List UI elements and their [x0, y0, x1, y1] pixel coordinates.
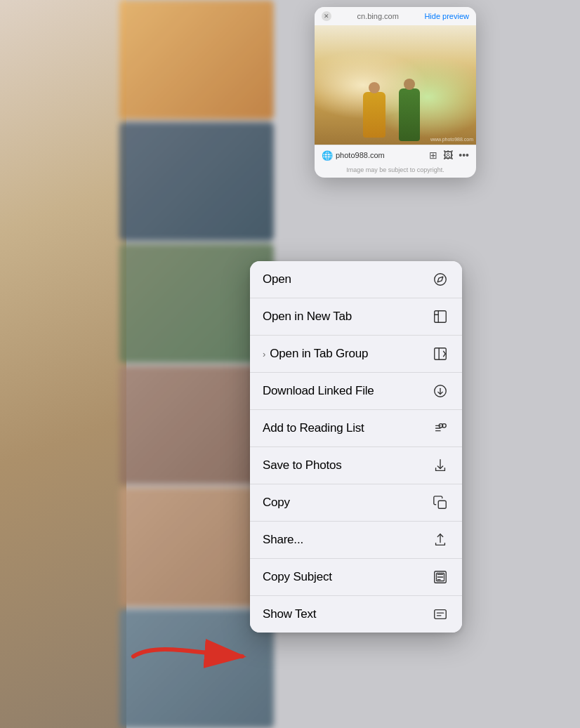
- menu-item-copy-subject[interactable]: Copy Subject: [250, 559, 462, 596]
- menu-label-download-linked-file: Download Linked File: [263, 384, 374, 398]
- menu-item-show-text-left: Show Text: [263, 607, 316, 621]
- copy-icon: [431, 494, 449, 512]
- red-arrow: [126, 635, 267, 680]
- bg-left-panel: [0, 0, 126, 728]
- figure-right: [399, 88, 420, 141]
- svg-rect-2: [435, 348, 447, 360]
- download-icon: [431, 382, 449, 400]
- preview-header: ✕ cn.bing.com Hide preview: [315, 7, 476, 25]
- menu-item-share-left: Share...: [263, 533, 303, 547]
- expand-icon[interactable]: ⊞: [429, 150, 437, 161]
- menu-item-show-text[interactable]: Show Text: [250, 596, 462, 633]
- menu-label-share: Share...: [263, 533, 303, 547]
- menu-item-copy-left: Copy: [263, 496, 290, 510]
- svg-rect-1: [435, 311, 447, 323]
- menu-item-open[interactable]: Open: [250, 261, 462, 298]
- menu-item-download-left: Download Linked File: [263, 384, 374, 398]
- preview-url: photo988.com: [336, 151, 425, 159]
- menu-item-share[interactable]: Share...: [250, 522, 462, 559]
- new-tab-icon: [431, 307, 449, 326]
- menu-item-add-reading-list[interactable]: Add to Reading List: [250, 410, 462, 447]
- menu-item-copy-subject-left: Copy Subject: [263, 570, 332, 584]
- save-photos-icon: [431, 456, 449, 475]
- share-icon: [431, 531, 449, 549]
- menu-item-save-photos-left: Save to Photos: [263, 458, 342, 472]
- menu-label-show-text: Show Text: [263, 607, 316, 621]
- menu-item-save-photos[interactable]: Save to Photos: [250, 447, 462, 484]
- svg-rect-6: [438, 501, 446, 508]
- preview-domain: cn.bing.com: [357, 12, 399, 20]
- preview-image: www.photo988.com: [315, 25, 476, 145]
- preview-scene: [315, 25, 476, 145]
- menu-item-open-tab-group[interactable]: › Open in Tab Group: [250, 336, 462, 373]
- menu-label-open-tab-group: Open in Tab Group: [270, 347, 368, 361]
- tab-group-chevron: ›: [263, 349, 265, 359]
- menu-label-open-new-tab: Open in New Tab: [263, 310, 352, 324]
- image-icon[interactable]: 🖼: [443, 150, 453, 161]
- menu-item-open-new-tab-left: Open in New Tab: [263, 310, 352, 324]
- preview-footer-icons: ⊞ 🖼 •••: [429, 150, 469, 161]
- menu-item-open-tab-group-left: › Open in Tab Group: [263, 347, 368, 361]
- menu-item-reading-left: Add to Reading List: [263, 421, 364, 435]
- menu-label-add-reading-list: Add to Reading List: [263, 421, 364, 435]
- menu-label-open: Open: [263, 272, 291, 286]
- preview-copyright: Image may be subject to copyright.: [315, 165, 476, 178]
- preview-watermark: www.photo988.com: [430, 137, 473, 142]
- more-icon[interactable]: •••: [459, 150, 469, 161]
- menu-item-open-new-tab[interactable]: Open in New Tab: [250, 298, 462, 336]
- preview-close-button[interactable]: ✕: [322, 11, 331, 21]
- thumb-1: [119, 0, 274, 119]
- reading-list-icon: [431, 419, 449, 437]
- preview-card: ✕ cn.bing.com Hide preview www.photo988.…: [315, 7, 476, 178]
- hide-preview-button[interactable]: Hide preview: [424, 12, 469, 20]
- menu-item-download-linked-file[interactable]: Download Linked File: [250, 373, 462, 410]
- menu-item-open-left: Open: [263, 272, 291, 286]
- context-menu: Open Open in New Tab › Open in Tab Group: [250, 261, 462, 633]
- tab-group-icon: [431, 345, 449, 363]
- menu-label-save-photos: Save to Photos: [263, 458, 342, 472]
- compass-icon: [431, 270, 449, 289]
- svg-point-0: [435, 274, 447, 286]
- svg-rect-9: [435, 610, 447, 619]
- menu-item-copy[interactable]: Copy: [250, 484, 462, 522]
- menu-label-copy-subject: Copy Subject: [263, 570, 332, 584]
- menu-label-copy: Copy: [263, 496, 290, 510]
- thumb-2: [119, 122, 274, 241]
- figure-left: [363, 92, 385, 138]
- globe-icon: 🌐: [322, 150, 331, 160]
- copy-subject-icon: [431, 568, 449, 586]
- show-text-icon: [431, 605, 449, 623]
- preview-footer: 🌐 photo988.com ⊞ 🖼 •••: [315, 145, 476, 165]
